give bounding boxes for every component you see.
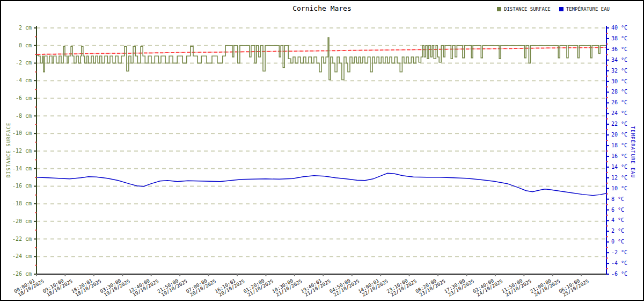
svg-text:18 °C: 18 °C: [611, 142, 627, 148]
x-tick-label: 07:00:0020/10/2025: [185, 274, 217, 298]
svg-text:-10 cm: -10 cm: [12, 130, 32, 136]
svg-text:14 °C: 14 °C: [611, 164, 627, 170]
svg-text:26 °C: 26 °C: [611, 99, 627, 105]
x-tick-label: 06:10:0025/10/2025: [558, 274, 590, 298]
svg-text:-26 cm: -26 cm: [12, 271, 32, 277]
svg-text:-16 cm: -16 cm: [12, 183, 32, 189]
svg-text:0 cm: 0 cm: [19, 42, 32, 48]
x-tick-label: 18:20:0118/10/2025: [70, 274, 102, 298]
x-tick-label: 10:30:0021/10/2025: [271, 274, 303, 298]
svg-text:8 °C: 8 °C: [611, 196, 624, 202]
svg-text:34 °C: 34 °C: [611, 57, 627, 63]
svg-text:40 °C: 40 °C: [611, 25, 627, 31]
x-tick-label: 21:50:0019/10/2025: [157, 274, 188, 298]
svg-text:-6 cm: -6 cm: [16, 95, 32, 101]
temperature-series-line: [36, 173, 606, 195]
x-tick-label: 01:20:0021/10/2025: [243, 274, 274, 298]
x-tick-label: 21:00:0024/10/2025: [529, 274, 561, 298]
distance-series-line: [36, 38, 606, 80]
left-axis: 2 cm0 cm-2 cm-4 cm-6 cm-8 cm-10 cm-12 cm…: [12, 25, 36, 277]
svg-text:4 °C: 4 °C: [611, 217, 624, 223]
svg-text:0 °C: 0 °C: [611, 239, 624, 245]
svg-text:-2 cm: -2 cm: [16, 60, 32, 66]
svg-text:36 °C: 36 °C: [611, 46, 627, 52]
x-axis: 00:00:0118/10/202509:10:0018/10/202518:2…: [13, 274, 606, 298]
svg-text:2 °C: 2 °C: [611, 228, 624, 234]
svg-text:-24 cm: -24 cm: [12, 253, 32, 259]
svg-text:20 °C: 20 °C: [611, 132, 627, 138]
x-tick-label: 04:50:0022/10/2025: [328, 274, 360, 298]
svg-text:2 cm: 2 cm: [19, 25, 32, 31]
x-tick-label: 17:30:0023/10/2025: [443, 274, 475, 298]
svg-text:24 °C: 24 °C: [611, 110, 627, 116]
svg-text:-2 °C: -2 °C: [611, 249, 627, 255]
svg-text:-4 °C: -4 °C: [611, 260, 627, 266]
svg-text:30 °C: 30 °C: [611, 78, 627, 84]
svg-text:-18 cm: -18 cm: [12, 200, 32, 206]
x-tick-label: 00:00:0118/10/2025: [13, 274, 45, 298]
svg-text:32 °C: 32 °C: [611, 68, 627, 74]
svg-text:-12 cm: -12 cm: [12, 148, 32, 154]
right-axis: 40 °C38 °C36 °C34 °C32 °C30 °C28 °C26 °C…: [606, 25, 627, 277]
svg-text:-8 cm: -8 cm: [16, 113, 32, 119]
svg-text:-14 cm: -14 cm: [12, 166, 32, 171]
trend-line: [36, 47, 606, 54]
x-tick-label: 03:30:0019/10/2025: [99, 274, 131, 298]
svg-text:16 °C: 16 °C: [611, 153, 627, 159]
svg-text:6 °C: 6 °C: [611, 207, 624, 213]
svg-text:-22 cm: -22 cm: [12, 236, 32, 242]
svg-text:38 °C: 38 °C: [611, 35, 627, 41]
x-tick-label: 23:10:0022/10/2025: [386, 274, 418, 298]
svg-text:22 °C: 22 °C: [611, 121, 627, 127]
chart-canvas: Corniche Mares DISTANCE SURFACE TEMPÉRAT…: [0, 0, 644, 301]
plot-area: 2 cm0 cm-2 cm-4 cm-6 cm-8 cm-10 cm-12 cm…: [1, 1, 643, 300]
x-tick-label: 02:40:0024/10/2025: [472, 274, 503, 298]
svg-text:28 °C: 28 °C: [611, 89, 627, 95]
svg-text:10 °C: 10 °C: [611, 185, 627, 191]
svg-text:-6 °C: -6 °C: [611, 271, 627, 277]
x-tick-label: 19:40:0121/10/2025: [300, 274, 332, 298]
x-tick-label: 14:00:0122/10/2025: [357, 274, 389, 298]
x-tick-label: 11:50:0024/10/2025: [501, 274, 532, 298]
x-tick-label: 08:20:0023/10/2025: [415, 274, 447, 298]
x-tick-label: 09:10:0018/10/2025: [42, 274, 74, 298]
x-tick-label: 16:10:0120/10/2025: [214, 274, 245, 298]
x-tick-label: 12:40:0019/10/2025: [128, 274, 159, 298]
svg-text:-4 cm: -4 cm: [16, 77, 32, 83]
svg-text:-20 cm: -20 cm: [12, 218, 32, 224]
svg-text:12 °C: 12 °C: [611, 175, 627, 181]
